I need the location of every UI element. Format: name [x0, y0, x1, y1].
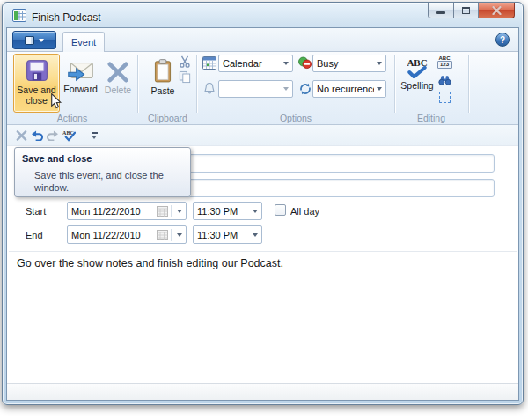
paste-button[interactable]: Paste: [144, 54, 181, 113]
redo-button[interactable]: [45, 128, 61, 144]
application-menu-button[interactable]: [12, 31, 56, 49]
customize-toolbar-button[interactable]: [86, 128, 102, 144]
start-date-picker[interactable]: Mon 11/22/2010: [67, 202, 187, 220]
busy-status-icon: [297, 55, 312, 70]
divider: [171, 229, 172, 241]
spelling-check-icon: [407, 66, 427, 78]
tab-event-label: Event: [71, 37, 96, 48]
binoculars-icon: [438, 74, 451, 85]
actions-group-label: Actions: [7, 113, 137, 123]
svg-text:ABC: ABC: [62, 130, 74, 136]
titlebar[interactable]: Finish Podcast: [3, 3, 523, 27]
chevron-down-icon: [283, 62, 289, 65]
minimize-icon: [436, 11, 445, 14]
find-button[interactable]: [436, 72, 452, 87]
end-date-value: Mon 11/22/2010: [71, 230, 157, 240]
recurrence-select[interactable]: No recurrence: [312, 80, 386, 98]
chevron-down-icon: [253, 233, 258, 237]
group-separator: [196, 55, 197, 113]
clipboard-group-label: Clipboard: [139, 113, 196, 123]
editing-group-label: Editing: [394, 113, 468, 123]
numbers-text: 123: [437, 61, 452, 68]
chevron-down-icon: [177, 233, 182, 237]
select-all-icon: [439, 92, 451, 103]
calendar-icon: [202, 55, 217, 70]
mouse-cursor: [50, 93, 63, 109]
start-time-value: 11:30 PM: [197, 206, 250, 217]
undo-button[interactable]: [29, 128, 45, 144]
calendar-select-value: Calendar: [223, 58, 281, 69]
ribbon-tab-row: Event ?: [7, 28, 518, 52]
chevron-down-icon: [377, 87, 382, 91]
group-separator: [468, 55, 469, 113]
help-icon: ?: [500, 35, 505, 45]
chevron-down-icon: [39, 39, 44, 42]
close-button[interactable]: [479, 3, 515, 18]
cut-button[interactable]: [177, 54, 193, 69]
calendar-app-icon: [12, 9, 26, 26]
chevron-down-icon: [253, 210, 258, 213]
end-time-select[interactable]: 11:30 PM: [193, 225, 262, 244]
event-window: Finish Podcast Event ?: [2, 2, 524, 405]
spelling-label: Spelling: [400, 80, 433, 91]
delete-x-icon: [16, 130, 27, 141]
busy-status-select[interactable]: Busy: [312, 55, 386, 72]
delete-button[interactable]: Delete: [100, 54, 136, 113]
divider: [171, 205, 172, 217]
end-date-picker[interactable]: Mon 11/22/2010: [67, 225, 187, 244]
all-day-label: All day: [290, 206, 319, 217]
date-calendar-icon: [157, 230, 168, 240]
word-count-icon: ABC 123: [437, 55, 452, 69]
notes-text: Go over the show notes and finish editin…: [17, 257, 283, 269]
group-separator: [394, 55, 395, 113]
close-icon: [492, 6, 502, 15]
forward-icon: [67, 60, 95, 82]
start-label: Start: [26, 206, 46, 217]
tooltip-title: Save and close: [22, 153, 183, 164]
redo-icon: [47, 130, 59, 141]
forward-label: Forward: [63, 84, 98, 94]
forward-button[interactable]: Forward: [62, 54, 99, 113]
save-icon: [25, 58, 49, 83]
cut-icon: [179, 55, 191, 68]
form-body-divider: [9, 251, 517, 252]
abc-text: ABC: [439, 55, 451, 61]
more-options-icon: [92, 132, 98, 139]
toolbar-delete-button[interactable]: [13, 128, 29, 144]
end-label: End: [26, 230, 43, 240]
group-separator: [137, 55, 138, 113]
undo-icon: [31, 130, 43, 141]
recurrence-value: No recurrence: [317, 84, 374, 94]
menu-icon: [25, 36, 34, 45]
notes-editor[interactable]: Go over the show notes and finish editin…: [17, 257, 510, 379]
minimize-button[interactable]: [428, 3, 454, 18]
status-bar: [7, 383, 518, 400]
spellcheck-toolbar-button[interactable]: ABC: [61, 128, 77, 144]
help-button[interactable]: ?: [495, 33, 510, 47]
start-time-select[interactable]: 11:30 PM: [193, 202, 262, 220]
busy-status-value: Busy: [317, 58, 374, 69]
delete-label: Delete: [105, 85, 131, 95]
maximize-button[interactable]: [454, 3, 479, 18]
options-group-label: Options: [212, 113, 379, 123]
date-calendar-icon: [157, 206, 168, 217]
event-form: Start Mon 11/22/2010 11:30 PM All day En…: [7, 146, 518, 383]
copy-button[interactable]: [177, 70, 193, 85]
calendar-select[interactable]: Calendar: [218, 55, 293, 72]
window-title: Finish Podcast: [32, 11, 101, 24]
save-and-close-tooltip: Save and close Save this event, and clos…: [14, 147, 191, 197]
select-all-button[interactable]: [436, 90, 452, 105]
spelling-button[interactable]: ABC Spelling: [399, 54, 436, 107]
all-day-checkbox[interactable]: [275, 204, 286, 216]
end-time-value: 11:30 PM: [197, 230, 250, 240]
ribbon: Save and close Forward Delete Actions: [7, 52, 518, 125]
chevron-down-icon: [177, 210, 182, 213]
paste-label: Paste: [151, 85, 175, 96]
spellcheck-icon: ABC: [62, 129, 76, 142]
reminder-select[interactable]: [218, 80, 293, 98]
paste-icon: [152, 58, 173, 84]
chevron-down-icon: [283, 87, 289, 91]
word-count-button[interactable]: ABC 123: [436, 55, 452, 70]
tooltip-body: Save this event, and close the window.: [34, 169, 175, 195]
tab-event[interactable]: Event: [62, 32, 105, 52]
